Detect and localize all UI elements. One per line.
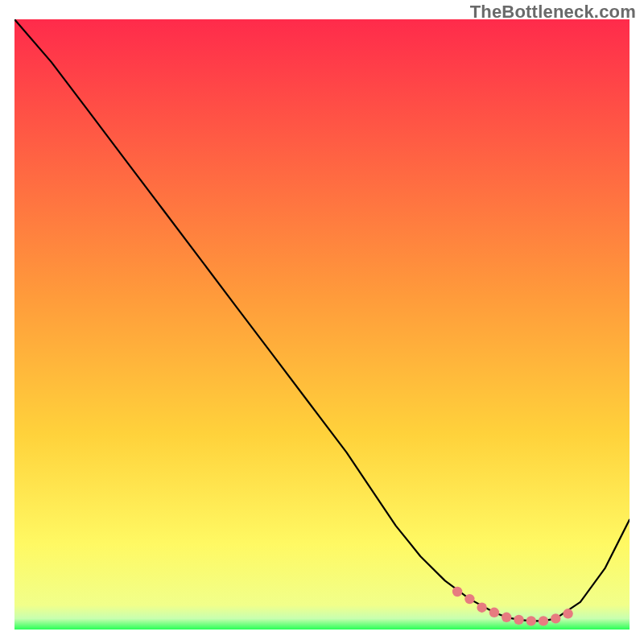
plot-svg <box>14 19 630 630</box>
optimal-marker <box>563 609 572 618</box>
optimal-marker <box>551 613 560 623</box>
optimal-marker <box>514 615 523 625</box>
optimal-marker <box>489 608 499 617</box>
gradient-background <box>14 19 630 630</box>
optimal-marker <box>452 587 462 597</box>
chart-stage: TheBottleneck.com <box>0 0 644 644</box>
optimal-marker <box>464 594 474 604</box>
optimal-marker <box>502 613 511 622</box>
optimal-marker <box>526 616 536 625</box>
optimal-marker <box>477 603 486 613</box>
optimal-marker <box>539 616 548 625</box>
bottleneck-plot <box>14 19 630 630</box>
